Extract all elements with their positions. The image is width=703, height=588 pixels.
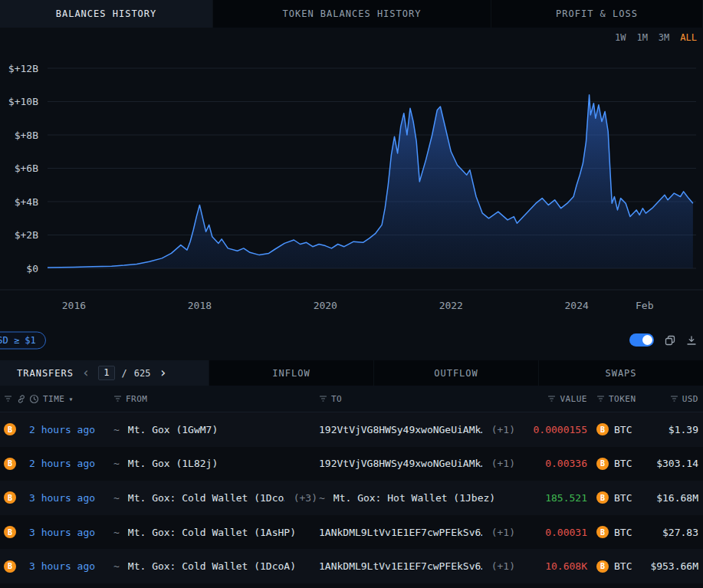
transfer-value: 185.521 — [545, 492, 587, 504]
btc-token-icon: B — [596, 526, 609, 538]
usd-header-label: USD — [682, 394, 698, 404]
entity-squiggle-icon: ~ — [113, 527, 120, 538]
from-address-link[interactable]: Mt. Gox: Cold Wallet (1Dco… — [128, 492, 284, 504]
from-header-label: FROM — [126, 394, 148, 404]
transfer-value: 10.608K — [545, 560, 587, 572]
balance-area-chart[interactable]: $0$+2B$+4B$+6B$+8B$+10B$+12B201620182020… — [0, 48, 703, 320]
address-extra-count: (+1) — [491, 560, 515, 572]
tab-transfers[interactable]: TRANSFERS ‹ 1 / 625 › — [0, 360, 209, 386]
value-header-label: VALUE — [560, 394, 587, 404]
transfer-row[interactable]: B 3 hours ago ~ Mt. Gox: Cold Wallet (1D… — [0, 481, 703, 515]
transfer-time: 3 hours ago — [29, 492, 95, 504]
from-address-link[interactable]: Mt. Gox (1L82j) — [128, 458, 218, 469]
page-separator: / — [122, 368, 127, 379]
token-symbol: BTC — [614, 560, 632, 572]
column-header-to[interactable]: TO — [317, 394, 515, 404]
tab-balances-history[interactable]: BALANCES HISTORY — [0, 0, 213, 28]
usd-value: $1.39 — [669, 424, 698, 435]
entity-squiggle-icon: ~ — [113, 492, 120, 504]
svg-text:2016: 2016 — [62, 300, 86, 311]
transfers-table-body: B 2 hours ago ~ Mt. Gox (1GwM7) 192VtVjV… — [0, 412, 703, 588]
filter-funnel-icon — [547, 395, 556, 402]
copy-button[interactable] — [665, 335, 675, 346]
tab-outflow[interactable]: OUTFLOW — [373, 360, 538, 386]
transfer-value: 0.00031 — [545, 527, 587, 538]
chevron-down-icon: ▾ — [69, 395, 74, 403]
bitcoin-chain-icon: B — [4, 526, 16, 538]
tab-profit-and-loss[interactable]: PROFIT & LOSS — [491, 0, 703, 28]
svg-text:$0: $0 — [26, 263, 38, 274]
transfer-value: 0.0000155 — [534, 424, 587, 435]
address-extra-count: (+3) — [294, 492, 317, 504]
balances-dashboard: BALANCES HISTORY TOKEN BALANCES HISTORY … — [0, 0, 703, 588]
column-header-token[interactable]: TOKEN — [590, 394, 647, 404]
transfer-time: 2 hours ago — [29, 424, 95, 435]
from-address-link[interactable]: Mt. Gox (1GwM7) — [128, 424, 218, 435]
bitcoin-chain-icon: B — [4, 491, 16, 504]
chart-controls-row: USD ≥ $1 — [0, 320, 703, 360]
range-all[interactable]: ALL — [680, 32, 697, 43]
column-header-value[interactable]: VALUE — [515, 394, 590, 404]
link-icon[interactable] — [16, 394, 26, 404]
transfer-row[interactable]: B 3 hours ago ~ Mt. Gox: Cold Wallet (1A… — [0, 515, 703, 550]
bitcoin-chain-icon: B — [4, 458, 16, 470]
to-address-link[interactable]: 192VtVjVG8HWSy49xwoNGeUiAMk… — [319, 424, 482, 435]
range-1w[interactable]: 1W — [615, 32, 626, 43]
token-symbol: BTC — [614, 527, 632, 538]
copy-icon — [665, 335, 675, 346]
from-address-link[interactable]: Mt. Gox: Cold Wallet (1AsHP) — [128, 527, 296, 538]
svg-text:Feb: Feb — [636, 300, 654, 311]
transfer-value: 0.00336 — [545, 458, 587, 469]
address-extra-count: (+1) — [491, 527, 515, 538]
toggle-knob — [642, 335, 652, 345]
usd-value: $303.14 — [656, 458, 698, 469]
to-address-link[interactable]: 1ANkDML9LtVv1E1EF7cwPFEkSv6… — [319, 560, 482, 572]
transfer-row[interactable]: B 3 hours ago ~ Mt. Gox: Cold Wallet (1D… — [0, 549, 703, 583]
tab-swaps[interactable]: SWAPS — [538, 360, 703, 386]
to-address-link[interactable]: Mt. Gox: Hot Wallet (1Jbez) — [333, 492, 495, 504]
balance-history-chart[interactable]: $0$+2B$+4B$+6B$+8B$+10B$+12B201620182020… — [0, 48, 703, 320]
transfer-time: 3 hours ago — [29, 560, 95, 572]
svg-text:$+6B: $+6B — [15, 163, 38, 174]
transfers-tab-bar: TRANSFERS ‹ 1 / 625 › INFLOW OUTFLOW SWA… — [0, 360, 703, 386]
transfer-row[interactable]: B 2 hours ago ~ Mt. Gox (1L82j) 192VtVjV… — [0, 447, 703, 481]
tab-inflow[interactable]: INFLOW — [209, 360, 373, 386]
tab-token-balances-history[interactable]: TOKEN BALANCES HISTORY — [213, 0, 491, 28]
usd-filter-pill[interactable]: USD ≥ $1 — [0, 331, 46, 349]
range-1m[interactable]: 1M — [636, 32, 647, 43]
token-header-label: TOKEN — [609, 394, 636, 404]
current-page: 1 — [98, 366, 114, 380]
column-header-from[interactable]: FROM — [112, 394, 317, 404]
filter-funnel-icon — [670, 395, 678, 402]
entity-squiggle-icon: ~ — [319, 492, 325, 504]
column-header-usd[interactable]: USD — [647, 394, 703, 404]
address-extra-count: (+1) — [491, 458, 515, 469]
column-header-time[interactable]: TIME ▾ — [26, 394, 112, 404]
time-range-selector: 1W 1M 3M ALL — [0, 28, 703, 48]
svg-text:$+2B: $+2B — [15, 229, 38, 241]
download-button[interactable] — [686, 335, 697, 346]
filter-funnel-icon — [113, 395, 122, 402]
download-icon — [686, 335, 697, 346]
transfer-row[interactable]: B 2 hours ago ~ Mt. Gox (1GwM7) 192VtVjV… — [0, 412, 703, 447]
svg-text:2018: 2018 — [188, 300, 212, 311]
token-symbol: BTC — [614, 492, 632, 504]
svg-text:$+4B: $+4B — [15, 196, 38, 208]
svg-text:2024: 2024 — [565, 300, 589, 311]
token-symbol: BTC — [614, 458, 632, 469]
page-prev-button[interactable]: ‹ — [80, 366, 91, 379]
svg-text:$+12B: $+12B — [8, 63, 38, 74]
svg-text:$+10B: $+10B — [8, 96, 38, 107]
to-address-link[interactable]: 192VtVjVG8HWSy49xwoNGeUiAMk… — [319, 458, 482, 469]
filter-funnel-icon[interactable] — [4, 395, 12, 402]
transfer-time: 3 hours ago — [29, 527, 95, 538]
to-address-link[interactable]: 1ANkDML9LtVv1E1EF7cwPFEkSv6… — [319, 527, 482, 538]
usd-value: $27.83 — [662, 527, 698, 538]
svg-text:$+8B: $+8B — [15, 130, 38, 141]
toggle-switch[interactable] — [629, 333, 654, 347]
range-3m[interactable]: 3M — [659, 32, 669, 43]
from-address-link[interactable]: Mt. Gox: Cold Wallet (1DcoA) — [128, 560, 296, 572]
btc-token-icon: B — [596, 560, 609, 573]
filter-funnel-icon — [319, 395, 327, 402]
page-next-button[interactable]: › — [157, 366, 168, 379]
